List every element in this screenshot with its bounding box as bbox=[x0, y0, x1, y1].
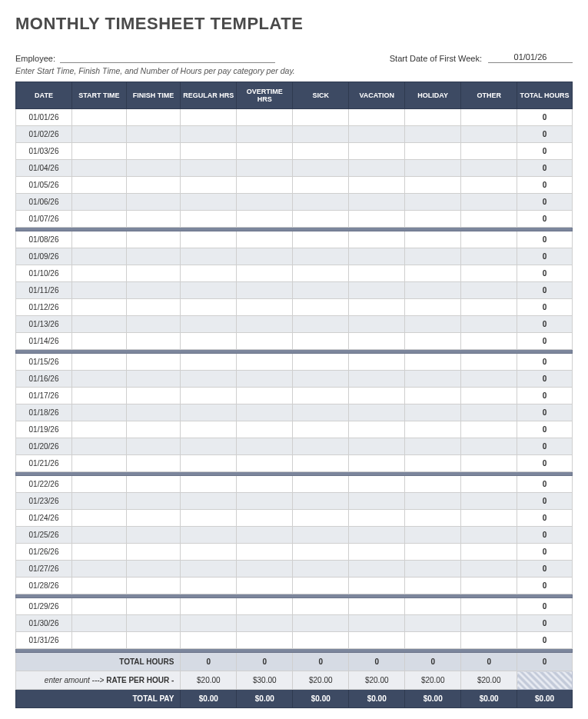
sick-cell[interactable] bbox=[293, 109, 349, 126]
overtime-hrs-cell[interactable] bbox=[237, 510, 293, 527]
sick-cell[interactable] bbox=[293, 265, 349, 282]
other-cell[interactable] bbox=[461, 109, 517, 126]
regular-hrs-cell[interactable] bbox=[181, 211, 237, 228]
rate-holiday[interactable]: $20.00 bbox=[405, 671, 461, 690]
overtime-hrs-cell[interactable] bbox=[237, 143, 293, 160]
holiday-cell[interactable] bbox=[405, 354, 461, 371]
holiday-cell[interactable] bbox=[405, 248, 461, 265]
other-cell[interactable] bbox=[461, 126, 517, 143]
finish-time-cell[interactable] bbox=[126, 421, 181, 438]
sick-cell[interactable] bbox=[293, 455, 349, 472]
sick-cell[interactable] bbox=[293, 160, 349, 177]
other-cell[interactable] bbox=[461, 177, 517, 194]
finish-time-cell[interactable] bbox=[126, 248, 181, 265]
sick-cell[interactable] bbox=[293, 282, 349, 299]
sick-cell[interactable] bbox=[293, 333, 349, 350]
start-time-cell[interactable] bbox=[71, 299, 126, 316]
finish-time-cell[interactable] bbox=[126, 143, 181, 160]
vacation-cell[interactable] bbox=[349, 544, 405, 561]
overtime-hrs-cell[interactable] bbox=[237, 333, 293, 350]
overtime-hrs-cell[interactable] bbox=[237, 160, 293, 177]
holiday-cell[interactable] bbox=[405, 333, 461, 350]
overtime-hrs-cell[interactable] bbox=[237, 177, 293, 194]
finish-time-cell[interactable] bbox=[126, 455, 181, 472]
vacation-cell[interactable] bbox=[349, 598, 405, 615]
other-cell[interactable] bbox=[461, 265, 517, 282]
other-cell[interactable] bbox=[461, 231, 517, 248]
vacation-cell[interactable] bbox=[349, 578, 405, 594]
finish-time-cell[interactable] bbox=[126, 316, 181, 333]
vacation-cell[interactable] bbox=[349, 388, 405, 404]
holiday-cell[interactable] bbox=[405, 421, 461, 438]
holiday-cell[interactable] bbox=[405, 598, 461, 615]
regular-hrs-cell[interactable] bbox=[181, 615, 237, 632]
regular-hrs-cell[interactable] bbox=[181, 598, 237, 615]
holiday-cell[interactable] bbox=[405, 143, 461, 160]
start-time-cell[interactable] bbox=[71, 421, 126, 438]
vacation-cell[interactable] bbox=[349, 333, 405, 350]
holiday-cell[interactable] bbox=[405, 371, 461, 388]
overtime-hrs-cell[interactable] bbox=[237, 598, 293, 615]
regular-hrs-cell[interactable] bbox=[181, 194, 237, 211]
start-time-cell[interactable] bbox=[71, 544, 126, 561]
sick-cell[interactable] bbox=[293, 476, 349, 493]
start-time-cell[interactable] bbox=[71, 632, 126, 649]
finish-time-cell[interactable] bbox=[126, 265, 181, 282]
start-time-cell[interactable] bbox=[71, 231, 126, 248]
other-cell[interactable] bbox=[461, 333, 517, 350]
employee-field[interactable] bbox=[60, 52, 275, 63]
sick-cell[interactable] bbox=[293, 561, 349, 578]
vacation-cell[interactable] bbox=[349, 282, 405, 299]
start-time-cell[interactable] bbox=[71, 194, 126, 211]
holiday-cell[interactable] bbox=[405, 265, 461, 282]
sick-cell[interactable] bbox=[293, 248, 349, 265]
finish-time-cell[interactable] bbox=[126, 632, 181, 649]
start-time-cell[interactable] bbox=[71, 561, 126, 578]
rate-sick[interactable]: $20.00 bbox=[293, 671, 349, 690]
holiday-cell[interactable] bbox=[405, 578, 461, 594]
sick-cell[interactable] bbox=[293, 578, 349, 594]
sick-cell[interactable] bbox=[293, 493, 349, 510]
start-time-cell[interactable] bbox=[71, 388, 126, 404]
regular-hrs-cell[interactable] bbox=[181, 510, 237, 527]
regular-hrs-cell[interactable] bbox=[181, 316, 237, 333]
vacation-cell[interactable] bbox=[349, 265, 405, 282]
other-cell[interactable] bbox=[461, 493, 517, 510]
regular-hrs-cell[interactable] bbox=[181, 404, 237, 421]
overtime-hrs-cell[interactable] bbox=[237, 126, 293, 143]
finish-time-cell[interactable] bbox=[126, 194, 181, 211]
overtime-hrs-cell[interactable] bbox=[237, 632, 293, 649]
overtime-hrs-cell[interactable] bbox=[237, 231, 293, 248]
overtime-hrs-cell[interactable] bbox=[237, 265, 293, 282]
finish-time-cell[interactable] bbox=[126, 438, 181, 455]
vacation-cell[interactable] bbox=[349, 527, 405, 544]
regular-hrs-cell[interactable] bbox=[181, 299, 237, 316]
vacation-cell[interactable] bbox=[349, 231, 405, 248]
holiday-cell[interactable] bbox=[405, 388, 461, 404]
other-cell[interactable] bbox=[461, 544, 517, 561]
holiday-cell[interactable] bbox=[405, 160, 461, 177]
other-cell[interactable] bbox=[461, 354, 517, 371]
regular-hrs-cell[interactable] bbox=[181, 354, 237, 371]
sick-cell[interactable] bbox=[293, 211, 349, 228]
holiday-cell[interactable] bbox=[405, 109, 461, 126]
sick-cell[interactable] bbox=[293, 177, 349, 194]
other-cell[interactable] bbox=[461, 527, 517, 544]
finish-time-cell[interactable] bbox=[126, 299, 181, 316]
regular-hrs-cell[interactable] bbox=[181, 265, 237, 282]
other-cell[interactable] bbox=[461, 510, 517, 527]
overtime-hrs-cell[interactable] bbox=[237, 299, 293, 316]
vacation-cell[interactable] bbox=[349, 371, 405, 388]
holiday-cell[interactable] bbox=[405, 510, 461, 527]
other-cell[interactable] bbox=[461, 248, 517, 265]
regular-hrs-cell[interactable] bbox=[181, 248, 237, 265]
start-time-cell[interactable] bbox=[71, 493, 126, 510]
finish-time-cell[interactable] bbox=[126, 354, 181, 371]
regular-hrs-cell[interactable] bbox=[181, 421, 237, 438]
start-time-cell[interactable] bbox=[71, 615, 126, 632]
finish-time-cell[interactable] bbox=[126, 109, 181, 126]
regular-hrs-cell[interactable] bbox=[181, 177, 237, 194]
other-cell[interactable] bbox=[461, 578, 517, 594]
vacation-cell[interactable] bbox=[349, 177, 405, 194]
start-time-cell[interactable] bbox=[71, 354, 126, 371]
